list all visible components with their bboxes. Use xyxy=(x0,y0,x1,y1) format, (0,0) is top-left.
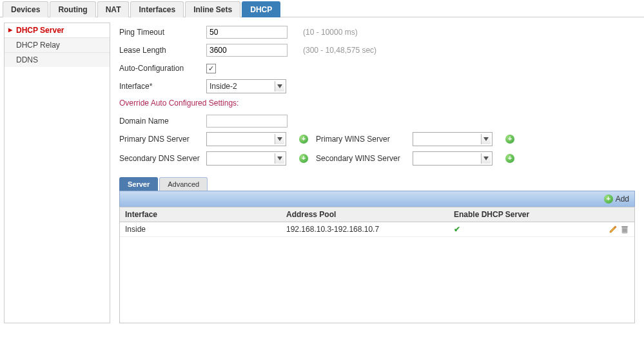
table-row: Inside 192.168.10.3-192.168.10.7 ✔ xyxy=(120,222,634,237)
sub-tab-advanced[interactable]: Advanced xyxy=(159,177,208,191)
add-primary-wins-icon[interactable]: + xyxy=(505,135,514,144)
chevron-down-icon xyxy=(481,134,491,144)
sidebar-item-dhcp-relay[interactable]: DHCP Relay xyxy=(5,38,110,53)
tab-nat[interactable]: NAT xyxy=(97,1,130,17)
sidebar-item-ddns[interactable]: DDNS xyxy=(5,53,110,67)
secondary-wins-select[interactable] xyxy=(413,151,493,166)
col-enable-dhcp: Enable DHCP Server xyxy=(449,207,603,222)
add-button[interactable]: + Add xyxy=(604,195,629,204)
override-settings-title: Override Auto Configured Settings: xyxy=(119,99,635,109)
svg-rect-2 xyxy=(621,226,628,227)
secondary-dns-select[interactable] xyxy=(206,151,286,166)
tab-dhcp[interactable]: DHCP xyxy=(242,1,280,17)
sidebar-item-dhcp-server[interactable]: DHCP Server xyxy=(5,23,110,38)
interface-select-value: Inside-2 xyxy=(210,82,275,91)
check-icon: ✔ xyxy=(454,225,460,234)
primary-dns-select[interactable] xyxy=(206,132,286,146)
add-secondary-wins-icon[interactable]: + xyxy=(505,154,514,163)
auto-config-checkbox[interactable] xyxy=(206,64,216,73)
tab-inline-sets[interactable]: Inline Sets xyxy=(185,1,240,17)
lease-length-input[interactable] xyxy=(206,44,288,57)
domain-name-label: Domain Name xyxy=(119,117,206,126)
add-primary-dns-icon[interactable]: + xyxy=(299,135,308,144)
primary-dns-label: Primary DNS Server xyxy=(119,135,206,144)
chevron-down-icon xyxy=(275,134,284,144)
ping-timeout-label: Ping Timeout xyxy=(119,28,206,37)
ping-timeout-hint: (10 - 10000 ms) xyxy=(303,28,358,37)
interface-label: Interface* xyxy=(119,82,206,91)
delete-icon[interactable] xyxy=(620,225,629,234)
sub-tab-server[interactable]: Server xyxy=(119,177,158,191)
sub-tabs: Server Advanced xyxy=(119,177,635,191)
row-address-pool: 192.168.10.3-192.168.10.7 xyxy=(281,222,449,236)
tab-devices[interactable]: Devices xyxy=(3,1,48,17)
tab-routing[interactable]: Routing xyxy=(50,1,95,17)
primary-wins-select[interactable] xyxy=(413,132,493,146)
plus-icon: + xyxy=(604,195,613,204)
add-button-label: Add xyxy=(616,195,629,204)
row-actions xyxy=(603,222,634,236)
tab-interfaces[interactable]: Interfaces xyxy=(130,1,184,17)
primary-wins-label: Primary WINS Server xyxy=(316,135,413,144)
secondary-dns-label: Secondary DNS Server xyxy=(119,154,206,163)
row-enabled: ✔ xyxy=(449,222,603,236)
chevron-down-icon xyxy=(481,153,491,164)
lease-length-label: Lease Length xyxy=(119,46,206,55)
grid-header: Interface Address Pool Enable DHCP Serve… xyxy=(120,207,634,222)
ping-timeout-input[interactable] xyxy=(206,26,288,39)
main-content: Ping Timeout (10 - 10000 ms) Lease Lengt… xyxy=(110,17,644,323)
edit-icon[interactable] xyxy=(609,225,618,234)
lease-length-hint: (300 - 10,48,575 sec) xyxy=(303,46,376,55)
auto-config-label: Auto-Configuration xyxy=(119,64,206,73)
col-address-pool: Address Pool xyxy=(281,207,449,222)
sidebar: DHCP Server DHCP Relay DDNS xyxy=(4,23,110,323)
grid-toolbar: + Add xyxy=(119,191,635,207)
col-actions xyxy=(603,207,634,222)
top-tabs: Devices Routing NAT Interfaces Inline Se… xyxy=(0,0,644,17)
domain-name-input[interactable] xyxy=(206,115,288,128)
secondary-wins-label: Secondary WINS Server xyxy=(316,154,413,163)
interface-select[interactable]: Inside-2 xyxy=(206,79,286,93)
add-secondary-dns-icon[interactable]: + xyxy=(299,154,308,163)
server-grid: Interface Address Pool Enable DHCP Serve… xyxy=(119,207,635,323)
chevron-down-icon xyxy=(275,81,284,91)
col-interface: Interface xyxy=(120,207,281,222)
row-interface: Inside xyxy=(120,222,281,236)
chevron-down-icon xyxy=(275,153,284,164)
